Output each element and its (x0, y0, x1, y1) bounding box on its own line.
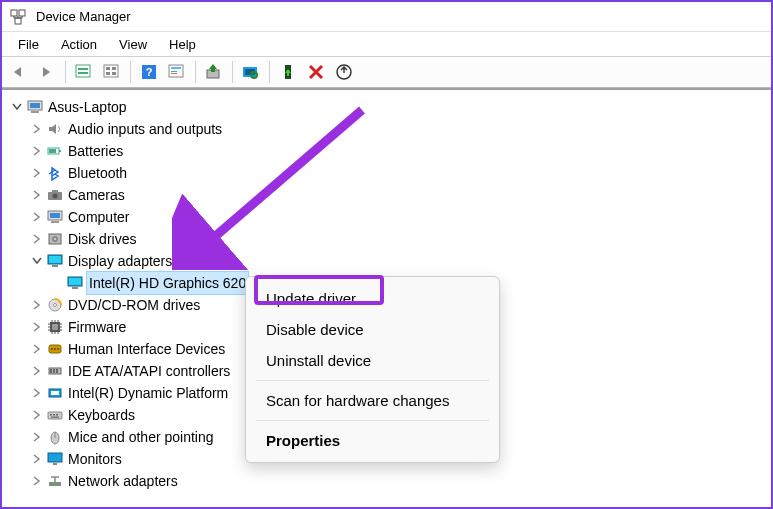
ctx-properties[interactable]: Properties (246, 425, 499, 456)
properties-sheet-button[interactable] (164, 59, 190, 85)
titlebar: Device Manager (2, 2, 771, 32)
context-menu: Update driver Disable device Uninstall d… (245, 276, 500, 463)
svg-rect-62 (51, 417, 59, 418)
tree-item-label: Firmware (68, 316, 126, 338)
svg-rect-47 (52, 324, 58, 330)
toolbar: ? (2, 56, 771, 88)
chevron-down-icon[interactable] (8, 98, 26, 116)
ctx-scan-hardware[interactable]: Scan for hardware changes (246, 385, 499, 416)
ctx-separator (256, 420, 489, 421)
tree-item-label: Bluetooth (68, 162, 127, 184)
ctx-uninstall-device[interactable]: Uninstall device (246, 345, 499, 376)
svg-point-37 (54, 238, 56, 240)
chevron-right-icon[interactable] (28, 472, 46, 490)
svg-rect-27 (59, 150, 61, 152)
tree-item[interactable]: Display adapters (8, 250, 771, 272)
svg-rect-55 (56, 369, 58, 373)
svg-rect-60 (53, 414, 55, 416)
svg-rect-57 (51, 391, 59, 395)
tree-content: Asus-Laptop Audio inputs and outputsBatt… (2, 88, 771, 492)
svg-point-69 (54, 483, 56, 485)
chevron-right-icon[interactable] (28, 164, 46, 182)
chevron-right-icon[interactable] (28, 406, 46, 424)
svg-rect-40 (52, 265, 58, 267)
svg-rect-8 (112, 67, 116, 70)
tree-item-label: Audio inputs and outputs (68, 118, 222, 140)
add-legacy-button[interactable] (331, 59, 357, 85)
chevron-right-icon[interactable] (28, 340, 46, 358)
svg-rect-15 (171, 71, 177, 72)
svg-rect-42 (69, 278, 81, 285)
svg-rect-65 (48, 453, 62, 462)
back-button[interactable] (6, 59, 32, 85)
keyboard-icon (46, 406, 64, 424)
tree-item-label: Monitors (68, 448, 122, 470)
help-button[interactable]: ? (136, 59, 162, 85)
svg-rect-31 (52, 190, 58, 193)
svg-rect-0 (11, 10, 17, 16)
all-devices-button[interactable] (99, 59, 125, 85)
tree-item-label: Disk drives (68, 228, 136, 250)
chevron-right-icon[interactable] (28, 142, 46, 160)
hid-icon (46, 340, 64, 358)
chevron-right-icon[interactable] (28, 230, 46, 248)
svg-rect-34 (51, 221, 59, 223)
menu-file[interactable]: File (8, 35, 49, 54)
tree-item[interactable]: Computer (8, 206, 771, 228)
chevron-right-icon[interactable] (28, 318, 46, 336)
speaker-icon (46, 120, 64, 138)
update-driver-button[interactable] (201, 59, 227, 85)
chevron-right-icon[interactable] (28, 362, 46, 380)
svg-rect-3 (76, 65, 90, 77)
chevron-right-icon[interactable] (28, 120, 46, 138)
tree-item-label: Mice and other pointing (68, 426, 214, 448)
chevron-right-icon[interactable] (28, 450, 46, 468)
disk-icon (46, 230, 64, 248)
svg-point-68 (51, 483, 53, 485)
computer-icon (26, 98, 44, 116)
intel-icon (46, 384, 64, 402)
menu-action[interactable]: Action (51, 35, 107, 54)
svg-rect-53 (50, 369, 52, 373)
show-containers-button[interactable] (71, 59, 97, 85)
network-icon (46, 472, 64, 490)
tree-item[interactable]: Batteries (8, 140, 771, 162)
bluetooth-icon (46, 164, 64, 182)
svg-point-51 (57, 348, 59, 350)
tree-item[interactable]: Disk drives (8, 228, 771, 250)
tree-item[interactable]: Network adapters (8, 470, 771, 492)
chevron-right-icon[interactable] (28, 428, 46, 446)
svg-rect-28 (49, 149, 56, 153)
uninstall-device-button[interactable] (303, 59, 329, 85)
svg-rect-59 (50, 414, 52, 416)
menu-view[interactable]: View (109, 35, 157, 54)
toolbar-separator (232, 61, 233, 83)
chevron-right-icon[interactable] (28, 296, 46, 314)
toolbar-separator (195, 61, 196, 83)
chevron-right-icon[interactable] (28, 186, 46, 204)
svg-rect-10 (112, 72, 116, 75)
chevron-right-icon[interactable] (28, 208, 46, 226)
battery-icon (46, 142, 64, 160)
chevron-down-icon[interactable] (28, 252, 46, 270)
svg-rect-6 (104, 65, 118, 77)
svg-text:?: ? (146, 66, 153, 78)
scan-hardware-button[interactable] (238, 59, 264, 85)
tree-item-label: Display adapters (68, 250, 172, 272)
svg-rect-39 (49, 256, 61, 263)
chevron-right-icon[interactable] (28, 384, 46, 402)
tree-item-label: Human Interface Devices (68, 338, 225, 360)
svg-rect-9 (106, 72, 110, 75)
ctx-disable-device[interactable]: Disable device (246, 314, 499, 345)
ctx-update-driver[interactable]: Update driver (246, 283, 499, 314)
menu-help[interactable]: Help (159, 35, 206, 54)
tree-item[interactable]: Cameras (8, 184, 771, 206)
enable-device-button[interactable] (275, 59, 301, 85)
forward-button[interactable] (34, 59, 60, 85)
tree-root[interactable]: Asus-Laptop (8, 96, 771, 118)
tree-item[interactable]: Audio inputs and outputs (8, 118, 771, 140)
svg-rect-33 (50, 213, 60, 218)
tree-item[interactable]: Bluetooth (8, 162, 771, 184)
svg-rect-7 (106, 67, 110, 70)
tree-item-label: Batteries (68, 140, 123, 162)
